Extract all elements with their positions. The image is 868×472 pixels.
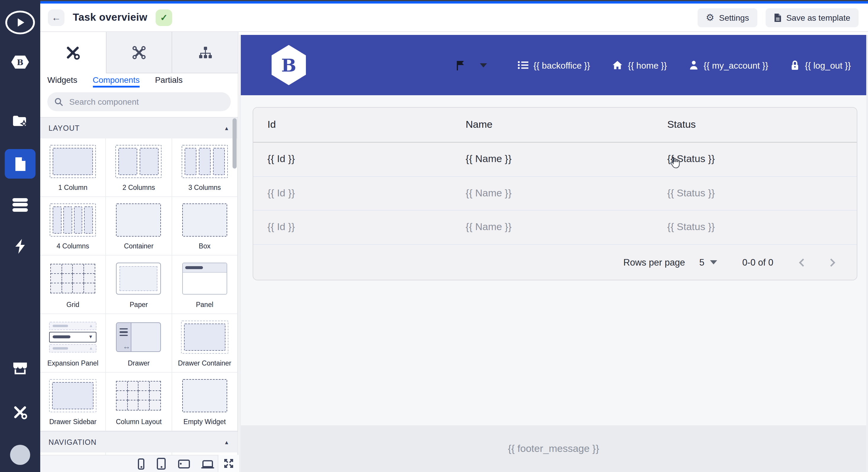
tile-expansion-panel[interactable]: ▲ ▼ ▲ Expansion Panel	[40, 314, 106, 373]
table-row[interactable]: {{ Id }} {{ Name }} {{ Status }}	[253, 211, 857, 245]
tile-empty-widget[interactable]: Empty Widget	[172, 373, 238, 431]
pagination-range: 0-0 of 0	[742, 257, 773, 268]
panel-scrollbar[interactable]	[232, 118, 237, 168]
tab-widgets[interactable]: Widgets	[47, 73, 77, 88]
actions-button[interactable]	[13, 239, 27, 254]
chevron-down-icon	[710, 260, 717, 264]
search-input[interactable]	[68, 96, 224, 107]
search-icon	[55, 97, 63, 106]
list-icon	[518, 61, 528, 69]
section-layout-header[interactable]: LAYOUT ▲	[40, 117, 238, 138]
tools-tab-icon	[65, 45, 81, 60]
canvas-nav-menu: {{ backoffice }} {{ home }}	[457, 35, 851, 95]
table-row[interactable]: {{ Id }} {{ Name }} {{ Status }}	[253, 143, 857, 177]
tile-drawer[interactable]: ↔ Drawer	[106, 314, 172, 373]
rows-per-page-select[interactable]: 5	[700, 257, 717, 268]
table-row[interactable]: {{ Id }} {{ Name }} {{ Status }}	[253, 177, 857, 211]
person-icon	[689, 60, 698, 70]
lock-icon	[791, 60, 800, 70]
fullscreen-button[interactable]	[218, 455, 239, 472]
tablet-portrait-icon[interactable]	[157, 458, 166, 470]
tile-2-columns[interactable]: 2 Columns	[106, 138, 172, 197]
save-as-template-label: Save as template	[786, 13, 850, 22]
rows-per-page-label: Rows per page	[623, 257, 685, 268]
component-search[interactable]	[47, 92, 231, 111]
tools-button[interactable]	[12, 405, 28, 420]
canvas-footer[interactable]: {{ footer_message }}	[241, 425, 866, 472]
collapse-caret-icon: ▲	[224, 125, 229, 131]
mobile-portrait-icon[interactable]	[138, 458, 144, 469]
fullscreen-icon	[224, 459, 233, 468]
canvas-app-bar[interactable]: B	[241, 35, 866, 95]
ai-folder-icon	[12, 115, 28, 127]
home-icon	[613, 60, 623, 70]
betty-logo-button[interactable]: B	[11, 56, 29, 69]
canvas-logo[interactable]: B	[272, 45, 306, 85]
play-icon	[5, 11, 35, 34]
tools-icon	[12, 405, 28, 420]
tile-box[interactable]: Box	[172, 197, 238, 255]
betty-logo-icon: B	[11, 56, 29, 69]
device-toolbar	[40, 455, 239, 472]
section-navigation-header[interactable]: NAVIGATION ▲	[40, 431, 238, 452]
run-play-button[interactable]	[5, 11, 35, 34]
previous-page-button[interactable]	[798, 258, 805, 267]
back-button[interactable]: ←	[48, 9, 64, 26]
gear-icon: ⚙	[706, 13, 714, 22]
tile-container[interactable]: Container	[106, 197, 172, 255]
col-header-status[interactable]: Status	[667, 119, 857, 131]
ai-folder-button[interactable]	[12, 115, 28, 127]
tile-3-columns[interactable]: 3 Columns	[172, 138, 238, 197]
tablet-landscape-icon[interactable]	[178, 459, 190, 468]
nav-item-home[interactable]: {{ home }}	[613, 60, 667, 70]
save-as-template-button[interactable]: Save as template	[766, 8, 859, 27]
database-icon	[12, 198, 28, 201]
nav-item-log-out[interactable]: {{ log_out }}	[791, 60, 851, 70]
section-layout-title: LAYOUT	[49, 124, 80, 132]
next-page-button[interactable]	[829, 258, 836, 267]
data-table[interactable]: Id Name Status {{ Id }} {{ Name }} {{ St…	[253, 107, 857, 280]
tile-paper[interactable]: Paper	[106, 255, 172, 314]
tab-partials[interactable]: Partials	[155, 73, 183, 88]
screenshot-viewport: B	[0, 0, 868, 472]
layout-tiles: 1 Column 2 Columns 3 Columns 4 Columns C…	[40, 138, 238, 431]
tab-interactions[interactable]	[105, 32, 172, 73]
flag-icon	[457, 60, 464, 70]
tile-panel[interactable]: Panel	[172, 255, 238, 314]
icon-rail: B	[0, 0, 40, 472]
canvas-logo-letter: B	[281, 55, 297, 75]
save-template-icon	[774, 13, 782, 22]
tile-drawer-sidebar[interactable]: Drawer Sidebar	[40, 373, 106, 431]
storefront-icon	[12, 362, 28, 376]
col-header-id[interactable]: Id	[253, 119, 466, 131]
tile-drawer-container[interactable]: Drawer Container	[172, 314, 238, 373]
panel-icon-tabs	[40, 32, 238, 73]
collapse-caret-icon: ▲	[224, 439, 229, 445]
lightning-icon	[13, 239, 27, 254]
data-model-button[interactable]	[12, 196, 28, 213]
nav-item-backoffice[interactable]: {{ backoffice }}	[518, 60, 590, 70]
tile-1-column[interactable]: 1 Column	[40, 138, 106, 197]
page-title: Task overvieiw	[73, 11, 147, 24]
tab-component-tree[interactable]	[172, 32, 238, 73]
nav-item-my-account[interactable]: {{ my_account }}	[689, 60, 768, 70]
settings-button[interactable]: ⚙ Settings	[698, 8, 757, 27]
table-pagination: Rows per page 5 0-0 of 0	[253, 245, 857, 280]
app-window: B	[0, 0, 868, 472]
marketplace-button[interactable]	[12, 362, 28, 376]
panel-text-tabs: Widgets Components Partials	[40, 73, 238, 88]
table-header-row[interactable]: Id Name Status	[253, 108, 857, 143]
page-canvas: B	[239, 32, 868, 472]
tab-components[interactable]: Components	[93, 73, 140, 88]
col-header-name[interactable]: Name	[466, 119, 667, 131]
tile-4-columns[interactable]: 4 Columns	[40, 197, 106, 255]
tile-grid[interactable]: Grid	[40, 255, 106, 314]
tile-column-layout[interactable]: Column Layout	[106, 373, 172, 431]
sidebar-item-pages-active[interactable]	[5, 149, 35, 179]
language-selector[interactable]	[457, 60, 487, 70]
desktop-icon[interactable]	[203, 460, 213, 467]
interactions-icon	[131, 45, 147, 60]
top-progress-strip	[40, 1, 868, 4]
user-avatar[interactable]	[10, 445, 30, 465]
tab-components-build[interactable]	[40, 32, 105, 73]
